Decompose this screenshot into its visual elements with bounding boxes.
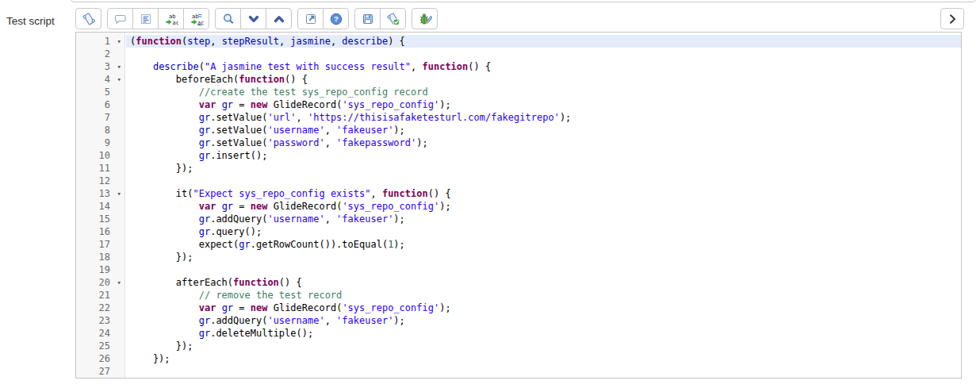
code-line-row: 10 gr.insert(); [76,149,961,162]
code-line-row: 7 gr.setValue('url', 'https://thisisafak… [76,111,961,124]
save-button[interactable] [354,8,381,29]
line-number: 18 [76,251,126,263]
code-fold-arrow-icon[interactable]: ▾ [117,35,121,48]
search-button[interactable] [215,8,241,29]
find-previous-button[interactable] [266,8,292,29]
code-line[interactable]: (function(step, stepResult, jasmine, des… [126,35,961,48]
code-line[interactable]: gr.addQuery('username', 'fakeuser'); [126,314,961,327]
code-line[interactable]: var gr = new GlideRecord('sys_repo_confi… [126,302,961,314]
line-number: 10 [76,149,126,162]
open-fullscreen-button[interactable] [297,8,323,29]
code-line-row: 19 [76,263,961,276]
replace-icon: abac [164,12,178,26]
code-line[interactable]: }); [126,340,961,352]
chevron-right-icon [945,12,959,26]
collapse-panel-button[interactable] [940,8,964,29]
code-line[interactable] [126,175,961,187]
code-line[interactable] [126,263,961,276]
code-line-row: 22 var gr = new GlideRecord('sys_repo_co… [76,302,961,314]
code-line[interactable]: gr.insert(); [126,149,961,162]
line-number: 1▾ [76,35,126,48]
code-line-row: 18 }); [76,251,961,263]
code-line-row: 6 var gr = new GlideRecord('sys_repo_con… [76,98,961,111]
code-line-row: 20▾ afterEach(function() { [76,276,961,289]
line-number: 8 [76,124,126,136]
find-next-button[interactable] [240,8,266,29]
syntax-check-button[interactable] [380,8,406,29]
replace-button[interactable]: abac [158,8,184,29]
code-line[interactable] [126,48,961,60]
code-fold-arrow-icon[interactable]: ▾ [117,60,121,73]
code-line-row: 13▾ it("Expect sys_repo_config exists", … [76,187,961,200]
debug-script-button[interactable] [412,8,438,29]
line-number: 6 [76,98,126,111]
toolbar-button-group: abacabac [107,8,209,29]
code-line[interactable]: gr.setValue('username', 'fakeuser'); [126,124,961,136]
code-line-row: 3▾ describe("A jasmine test with success… [76,60,961,73]
code-line-row: 23 gr.addQuery('username', 'fakeuser'); [76,314,961,327]
code-line-row: 25 }); [76,340,961,352]
replace-all-icon: abac [189,12,204,26]
line-number: 14 [76,200,126,213]
code-line[interactable]: describe("A jasmine test with success re… [126,60,961,73]
code-line[interactable]: }); [126,162,961,175]
toggle-syntax-editor-button[interactable] [75,8,101,29]
script-field-region: Test script abacabac? 1▾(function(step, … [0,0,980,392]
code-line[interactable]: var gr = new GlideRecord('sys_repo_confi… [126,98,961,111]
code-line-row: 2 [76,48,961,60]
help-button[interactable]: ? [323,8,349,29]
code-line[interactable]: it("Expect sys_repo_config exists", func… [126,187,961,200]
code-line[interactable]: beforeEach(function() { [126,73,961,86]
line-number: 23 [76,314,126,327]
code-fold-arrow-icon[interactable]: ▾ [117,187,121,200]
code-line[interactable]: gr.addQuery('username', 'fakeuser'); [126,213,961,225]
toolbar-button-group: ? [297,8,349,29]
replace-all-button[interactable]: abac [183,8,209,29]
code-line[interactable]: afterEach(function() { [126,276,961,289]
code-line[interactable]: gr.setValue('url', 'https://thisisafaket… [126,111,961,124]
line-number: 21 [76,289,126,302]
code-line[interactable]: // remove the test record [126,289,961,302]
code-line[interactable] [126,365,961,378]
search-icon [221,12,235,26]
scroll-check-icon [386,12,400,26]
line-number: 16 [76,225,126,238]
code-line[interactable]: var gr = new GlideRecord('sys_repo_confi… [126,200,961,213]
code-line-row: 15 gr.addQuery('username', 'fakeuser'); [76,213,961,225]
svg-text:ac: ac [172,19,178,25]
code-editor[interactable]: 1▾(function(step, stepResult, jasmine, d… [75,32,962,379]
code-line-row: 1▾(function(step, stepResult, jasmine, d… [76,35,961,48]
code-line[interactable]: gr.setValue('password', 'fakepassword'); [126,136,961,149]
line-number: 11 [76,162,126,175]
code-line-row: 9 gr.setValue('password', 'fakepassword'… [76,136,961,149]
scroll-icon [82,12,96,26]
comment-icon [113,12,128,26]
code-line[interactable]: //create the test sys_repo_config record [126,86,961,98]
code-fold-arrow-icon[interactable]: ▾ [117,276,121,289]
chevron-down-icon [247,12,261,26]
code-line[interactable]: expect(gr.getRowCount()).toEqual(1); [126,238,961,251]
svg-text:?: ? [334,14,339,23]
code-line[interactable]: }); [126,352,961,365]
toolbar-button-group [354,8,406,29]
code-line[interactable]: gr.query(); [126,225,961,238]
line-number: 15 [76,213,126,225]
help-icon: ? [329,12,343,26]
line-number: 20▾ [76,276,126,289]
line-number: 27 [76,365,126,378]
code-line[interactable]: gr.deleteMultiple(); [126,327,961,340]
code-fold-arrow-icon[interactable]: ▾ [117,73,121,86]
line-number: 17 [76,238,126,251]
toggle-comment-button[interactable] [107,8,133,29]
field-above-bottom-edge [70,0,977,2]
format-icon [139,12,153,26]
code-line[interactable]: }); [126,251,961,263]
line-number: 24 [76,327,126,340]
toolbar-button-group [412,8,438,29]
line-number: 19 [76,263,126,276]
chevron-up-icon [272,12,286,26]
line-number: 26 [76,352,126,365]
format-code-button[interactable] [132,8,159,29]
code-line-row: 27 [76,365,961,378]
line-number: 4▾ [76,73,126,86]
